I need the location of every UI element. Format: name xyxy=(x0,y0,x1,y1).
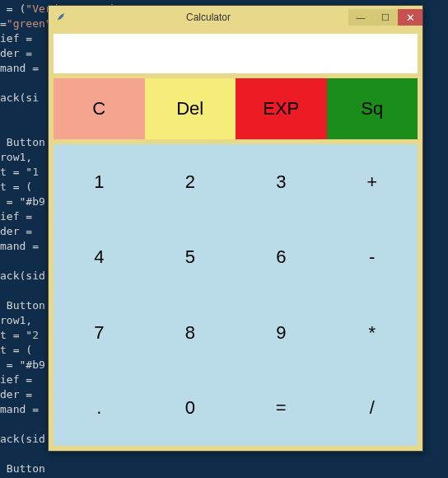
digit-7-button[interactable]: 7 xyxy=(54,295,145,371)
number-grid: 1 2 3 + 4 5 6 - 7 8 9 * . 0 = / xyxy=(54,144,418,446)
equals-button[interactable]: = xyxy=(236,371,327,447)
digit-6-button[interactable]: 6 xyxy=(236,220,327,296)
window-controls: — ☐ ✕ xyxy=(348,9,422,26)
decimal-button[interactable]: . xyxy=(54,371,145,447)
exp-button[interactable]: EXP xyxy=(236,78,327,139)
plus-button[interactable]: + xyxy=(327,144,418,220)
divide-button[interactable]: / xyxy=(327,371,418,447)
calculator-body: C Del EXP Sq 1 2 3 + 4 5 6 - 7 8 9 * . 0… xyxy=(49,29,422,451)
titlebar[interactable]: Calculator — ☐ ✕ xyxy=(49,6,422,29)
digit-3-button[interactable]: 3 xyxy=(236,144,327,220)
digit-1-button[interactable]: 1 xyxy=(54,144,145,220)
digit-5-button[interactable]: 5 xyxy=(145,220,236,296)
digit-2-button[interactable]: 2 xyxy=(145,144,236,220)
digit-0-button[interactable]: 0 xyxy=(145,371,236,447)
app-feather-icon xyxy=(55,11,68,24)
calculator-display xyxy=(54,34,418,73)
window-title: Calculator xyxy=(68,12,348,23)
multiply-button[interactable]: * xyxy=(327,295,418,371)
close-button[interactable]: ✕ xyxy=(398,9,422,26)
function-row: C Del EXP Sq xyxy=(54,78,418,139)
calculator-window: Calculator — ☐ ✕ C Del EXP Sq 1 2 3 + 4 … xyxy=(48,5,423,452)
clear-button[interactable]: C xyxy=(54,78,145,139)
digit-8-button[interactable]: 8 xyxy=(145,295,236,371)
maximize-button[interactable]: ☐ xyxy=(373,9,398,26)
minimize-button[interactable]: — xyxy=(348,9,373,26)
digit-9-button[interactable]: 9 xyxy=(236,295,327,371)
minus-button[interactable]: - xyxy=(327,220,418,296)
square-button[interactable]: Sq xyxy=(327,78,418,139)
digit-4-button[interactable]: 4 xyxy=(54,220,145,296)
delete-button[interactable]: Del xyxy=(145,78,236,139)
